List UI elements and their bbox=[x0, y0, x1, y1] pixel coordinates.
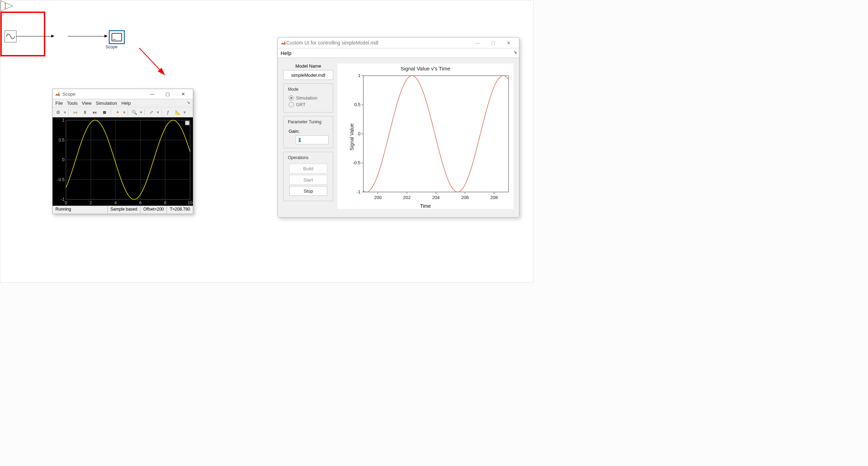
svg-text:200: 200 bbox=[374, 195, 382, 200]
sine-wave-block[interactable] bbox=[5, 30, 16, 42]
model-name-value: simpleModel.mdl bbox=[291, 73, 325, 78]
gain-triangle-icon bbox=[0, 0, 13, 12]
menu-file[interactable]: File bbox=[54, 101, 64, 106]
stop-button[interactable]: Stop bbox=[289, 186, 327, 196]
maximize-button[interactable]: ▢ bbox=[485, 38, 501, 48]
svg-text:10: 10 bbox=[188, 200, 193, 205]
step-back-icon[interactable]: ⏮ bbox=[71, 108, 79, 116]
svg-text:6: 6 bbox=[139, 200, 142, 205]
svg-text:-1: -1 bbox=[356, 189, 361, 194]
sine-icon bbox=[6, 33, 15, 40]
radio-selected-icon bbox=[289, 95, 294, 101]
svg-text:1: 1 bbox=[62, 118, 65, 123]
autoscale-icon[interactable]: ⤢ bbox=[147, 108, 155, 116]
stop-button-label: Stop bbox=[304, 189, 313, 194]
menu-view[interactable]: View bbox=[80, 101, 93, 106]
step-forward-icon[interactable]: ⏭ bbox=[90, 108, 99, 116]
mode-simulation-radio[interactable]: Simulation bbox=[289, 95, 330, 101]
scope-block[interactable] bbox=[109, 30, 125, 44]
scope-block-label: Scope bbox=[106, 44, 117, 49]
scope-toolbar: ⚙▾ ⏮ ⏸ ⏭ ⏹ ✦▾ 🔍▾ ⤢▾ ƒ 📐▾ bbox=[53, 107, 193, 117]
mode-grt-radio[interactable]: GRT bbox=[289, 102, 330, 107]
stop-icon[interactable]: ⏹ bbox=[100, 108, 109, 116]
svg-rect-29 bbox=[363, 76, 509, 192]
matlab-icon bbox=[55, 91, 60, 97]
svg-text:0: 0 bbox=[65, 200, 67, 205]
scope-titlebar[interactable]: Scope — ▢ ✕ bbox=[53, 89, 193, 99]
svg-text:1: 1 bbox=[358, 73, 361, 78]
scope-status-bar: Running Sample based Offset=200 T=208.78… bbox=[53, 206, 193, 214]
svg-text:2: 2 bbox=[89, 200, 92, 205]
scope-plot-area[interactable]: 10.50-0.5-10246810 bbox=[53, 117, 193, 206]
status-mode: Sample based bbox=[108, 206, 141, 214]
minimize-button[interactable]: — bbox=[144, 89, 160, 99]
svg-text:206: 206 bbox=[461, 195, 469, 200]
help-menubar: Help ↘ bbox=[278, 48, 519, 58]
matlab-icon bbox=[281, 40, 286, 46]
svg-text:8: 8 bbox=[164, 200, 167, 205]
menu-help[interactable]: Help bbox=[120, 101, 132, 106]
start-button[interactable]: Start bbox=[289, 175, 327, 185]
menu-tools[interactable]: Tools bbox=[66, 101, 79, 106]
svg-text:0.5: 0.5 bbox=[354, 102, 361, 107]
undock-icon[interactable]: ↘ bbox=[185, 100, 191, 105]
svg-marker-0 bbox=[1, 1, 13, 11]
controls-panel: Model Name simpleModel.mdl Mode Simulati… bbox=[283, 63, 333, 209]
radio-unselected-icon bbox=[289, 102, 294, 107]
svg-line-4 bbox=[139, 48, 164, 75]
svg-point-2 bbox=[5, 3, 6, 5]
operations-fieldset: Operations Build Start Stop bbox=[283, 152, 333, 201]
model-name-input[interactable]: simpleModel.mdl bbox=[283, 70, 333, 80]
custom-ui-title: Custom UI for controlling simpleModel.md… bbox=[286, 40, 470, 46]
svg-text:4: 4 bbox=[114, 200, 117, 205]
highlight-icon[interactable]: ✦ bbox=[113, 108, 122, 116]
y-axis-label: Signal Value bbox=[349, 123, 355, 151]
parameter-tuning-legend: Parameter Tuning bbox=[287, 119, 323, 124]
svg-text:208: 208 bbox=[490, 195, 498, 200]
scope-window: Scope — ▢ ✕ File Tools View Simulation H… bbox=[52, 89, 193, 214]
custom-ui-titlebar[interactable]: Custom UI for controlling simpleModel.md… bbox=[278, 37, 519, 48]
x-axis-label: Time bbox=[337, 202, 513, 209]
scope-window-title: Scope bbox=[62, 91, 144, 97]
build-button[interactable]: Build bbox=[289, 164, 327, 173]
status-offset: Offset=200 bbox=[140, 206, 167, 214]
measure-icon[interactable]: 📐 bbox=[174, 108, 182, 116]
gain-block[interactable] bbox=[0, 0, 13, 12]
gain-label: Gain: bbox=[289, 129, 300, 134]
svg-rect-28 bbox=[185, 121, 189, 125]
svg-text:-0.5: -0.5 bbox=[353, 160, 361, 165]
workspace-canvas: Scope Scope — ▢ ✕ File Tools View Simula… bbox=[0, 0, 534, 283]
svg-text:0: 0 bbox=[62, 157, 65, 162]
mode-legend: Mode bbox=[287, 87, 300, 92]
scope-chart: 10.50-0.5-10246810 bbox=[53, 117, 193, 206]
scope-menubar: File Tools View Simulation Help ↘ bbox=[53, 99, 193, 107]
svg-text:-1: -1 bbox=[61, 197, 65, 202]
custom-ui-window: Custom UI for controlling simpleModel.md… bbox=[277, 37, 519, 218]
maximize-button[interactable]: ▢ bbox=[160, 89, 175, 99]
parameter-tuning-fieldset: Parameter Tuning Gain: 1 bbox=[283, 116, 333, 148]
triggers-icon[interactable]: ƒ bbox=[164, 108, 172, 116]
close-button[interactable]: ✕ bbox=[175, 89, 191, 99]
operations-legend: Operations bbox=[287, 155, 310, 160]
start-button-label: Start bbox=[303, 177, 313, 183]
pause-icon[interactable]: ⏸ bbox=[81, 108, 89, 116]
status-state: Running bbox=[53, 206, 108, 214]
status-time: T=208.780 bbox=[167, 206, 193, 214]
gain-value: 1 bbox=[298, 137, 301, 143]
svg-text:204: 204 bbox=[432, 195, 440, 200]
model-name-label: Model Name bbox=[283, 63, 333, 69]
signal-wire-2 bbox=[68, 36, 107, 36]
minimize-button[interactable]: — bbox=[470, 38, 485, 48]
gain-input[interactable]: 1 bbox=[296, 135, 329, 144]
svg-text:0.5: 0.5 bbox=[59, 138, 65, 143]
svg-text:-0.5: -0.5 bbox=[57, 177, 65, 182]
zoom-icon[interactable]: 🔍 bbox=[130, 108, 139, 116]
close-button[interactable]: ✕ bbox=[501, 38, 516, 48]
signal-chart: 10.50-0.5-1200202204206208 bbox=[345, 72, 513, 202]
mode-fieldset: Mode Simulation GRT bbox=[283, 83, 333, 112]
undock-icon[interactable]: ↘ bbox=[513, 50, 517, 55]
mode-simulation-label: Simulation bbox=[296, 95, 317, 101]
menu-help[interactable]: Help bbox=[281, 50, 291, 56]
menu-simulation[interactable]: Simulation bbox=[94, 101, 119, 106]
settings-icon[interactable]: ⚙ bbox=[54, 108, 62, 116]
